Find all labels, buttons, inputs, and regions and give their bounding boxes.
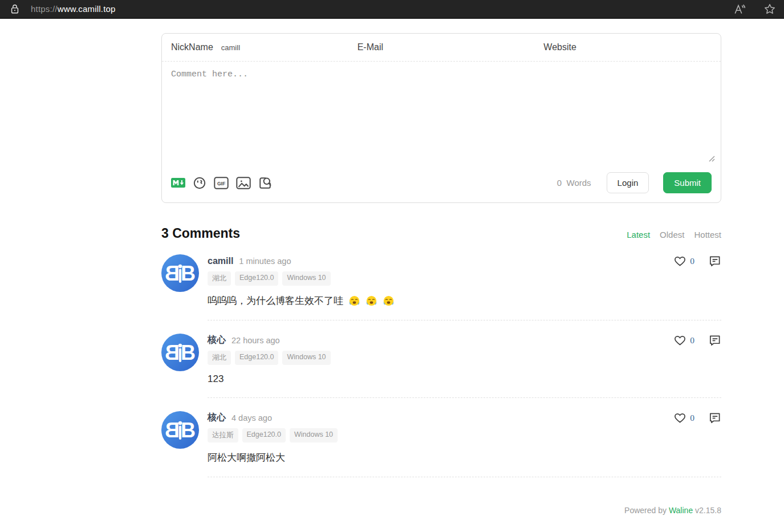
nickname-label: NickName [171,42,213,52]
comments-header: 3 Comments Latest Oldest Hottest [161,226,721,241]
comment-text: 呜呜呜，为什么博客生效不了哇 [208,294,721,307]
emoji-icon[interactable] [193,176,206,190]
website-field: Website [534,34,721,61]
location-badge: 达拉斯 [208,428,238,442]
comment-badges: 湖北 Edge120.0 Windows 10 [208,351,721,365]
nickname-field: NickName [162,34,348,61]
like-button[interactable]: 0 [673,411,694,424]
heart-icon [673,334,686,347]
comment-actions: 0 [673,334,721,347]
comment-body: 核心 22 hours ago 0 [208,334,721,398]
browser-badge: Edge120.0 [235,351,278,365]
login-button[interactable]: Login [607,172,649,193]
markdown-icon[interactable] [171,178,185,188]
avatar: B B [161,411,199,449]
waline-comment-widget: NickName E-Mail Website [161,33,721,515]
browser-badge: Edge120.0 [235,271,278,286]
reply-button[interactable] [708,334,721,347]
comment-item: B B camill 1 minutes ago 0 [161,254,721,320]
browser-badge: Edge120.0 [242,428,286,442]
like-count: 0 [690,413,694,423]
comment-textarea[interactable] [171,70,712,161]
reply-button[interactable] [708,254,721,267]
svg-text:B: B [181,341,196,364]
crying-emoji [365,295,377,307]
url-scheme: https:// [31,4,58,14]
like-button[interactable]: 0 [673,334,694,347]
resize-handle-icon[interactable] [707,154,715,164]
svg-text:GIF: GIF [217,181,225,186]
comment-form-meta-row: NickName E-Mail Website [162,34,721,62]
location-badge: 湖北 [208,351,231,365]
comment-text: 阿松大啊撒阿松大 [208,451,721,464]
comments-count-heading: 3 Comments [161,226,240,241]
email-label: E-Mail [358,42,383,52]
waline-link[interactable]: Waline [669,506,693,515]
crying-emoji [383,295,395,307]
like-button[interactable]: 0 [673,254,694,267]
comment-editor-area [162,62,721,166]
submit-button[interactable]: Submit [663,172,712,193]
reply-button[interactable] [708,411,721,424]
url-host: www.camill.top [58,4,116,14]
comment-text: 123 [208,373,721,385]
comment-author[interactable]: camill [208,256,233,266]
avatar: B B [161,254,199,292]
comment-body: camill 1 minutes ago 0 [208,254,721,320]
os-badge: Windows 10 [282,271,330,286]
svg-text:B: B [181,262,196,285]
comment-time: 1 minutes ago [239,257,291,266]
sort-latest[interactable]: Latest [627,230,650,239]
comment-time: 4 days ago [231,413,272,423]
avatar: B B [161,334,199,371]
sort-hottest[interactable]: Hottest [694,230,721,239]
svg-text:B: B [165,419,180,442]
sort-options: Latest Oldest Hottest [627,230,721,239]
comment-time: 22 hours ago [231,336,280,345]
gif-icon[interactable]: GIF [214,177,229,189]
svg-text:B: B [181,419,196,442]
os-badge: Windows 10 [290,428,338,442]
comment-head: 核心 4 days ago 0 [208,411,721,424]
svg-text:B: B [165,262,180,285]
crying-emoji [348,295,360,307]
sort-oldest[interactable]: Oldest [660,230,684,239]
comment-actions: 0 [673,411,721,424]
reply-bubble-icon [708,254,721,267]
comment-author[interactable]: 核心 [208,334,226,346]
comment-form-panel: NickName E-Mail Website [161,33,721,203]
comment-head: camill 1 minutes ago 0 [208,254,721,267]
reply-bubble-icon [708,411,721,424]
svg-text:B: B [165,341,180,364]
word-count: 0 Words [557,178,591,188]
heart-icon [673,411,686,424]
email-field: E-Mail [348,34,535,61]
reply-bubble-icon [708,334,721,347]
comment-actions: 0 [673,254,721,267]
url-bar[interactable]: https://www.camill.top [31,4,116,14]
browser-address-bar: https://www.camill.top [0,0,784,19]
nickname-input[interactable] [221,43,339,52]
comment-item: B B 核心 22 hours ago 0 [161,334,721,398]
like-count: 0 [690,256,694,266]
read-aloud-icon[interactable] [733,2,746,16]
lock-icon[interactable] [9,3,21,15]
comment-badges: 湖北 Edge120.0 Windows 10 [208,271,721,286]
powered-by-footer: Powered by Waline v2.15.8 [161,506,721,515]
comment-item: B B 核心 4 days ago 0 [161,411,721,477]
comment-body: 核心 4 days ago 0 [208,411,721,477]
heart-icon [673,254,686,267]
like-count: 0 [690,335,694,346]
website-input[interactable] [584,43,712,52]
image-upload-icon[interactable] [236,177,251,189]
favorite-star-icon[interactable] [763,3,776,15]
comment-head: 核心 22 hours ago 0 [208,334,721,347]
comment-badges: 达拉斯 Edge120.0 Windows 10 [208,428,721,442]
website-label: Website [543,42,576,52]
comment-form-toolbar: GIF 0 Words Login Submit [162,166,721,202]
os-badge: Windows 10 [282,351,330,365]
preview-icon[interactable] [258,176,272,190]
location-badge: 湖北 [208,271,231,286]
email-input[interactable] [391,43,525,52]
comment-author[interactable]: 核心 [208,412,226,424]
